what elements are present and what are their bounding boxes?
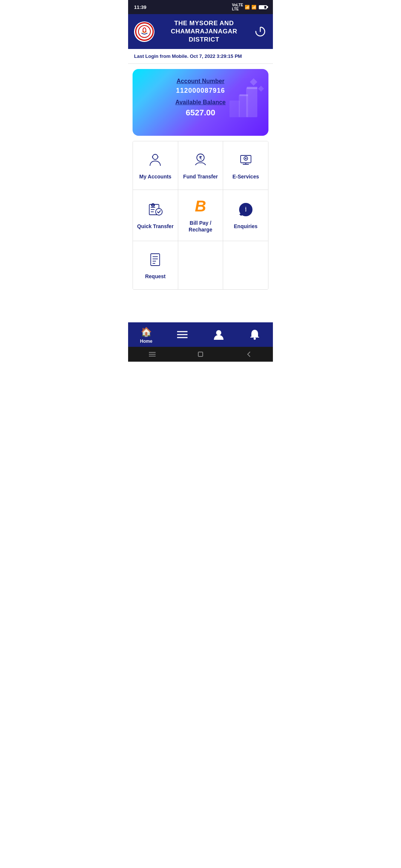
menu-item-bill-pay[interactable]: B Bill Pay /Recharge: [178, 190, 224, 240]
enquiries-svg: i: [238, 201, 254, 218]
signal-icon2: 📶: [251, 5, 257, 10]
request-label: Request: [145, 273, 166, 280]
e-services-label: E-Services: [232, 173, 259, 180]
my-accounts-label: My Accounts: [139, 173, 172, 180]
enquiries-icon: i: [237, 201, 255, 218]
hamburger-icon: [177, 331, 188, 339]
bank-logo: [134, 22, 154, 42]
bottom-nav: 🏠 Home: [128, 322, 273, 347]
svg-marker-10: [250, 78, 257, 86]
svg-rect-41: [250, 337, 259, 338]
android-nav-bar: [128, 347, 273, 362]
profile-icon: [214, 329, 224, 340]
svg-point-23: [156, 208, 162, 215]
signal-icon: 📶: [245, 5, 250, 10]
menu-item-quick-transfer[interactable]: $ Quick Transfer: [133, 190, 178, 240]
menu-empty-1: [178, 241, 224, 289]
enquiries-label: Enquiries: [234, 223, 258, 230]
android-home-icon: [197, 351, 204, 358]
app-header: THE MYSORE AND CHAMARAJANAGAR DISTRICT: [128, 14, 273, 49]
menu-row-1: My Accounts ₹ Fund Transfer: [133, 141, 268, 190]
svg-point-2: [143, 28, 146, 32]
svg-rect-9: [229, 101, 240, 117]
svg-marker-11: [258, 86, 264, 92]
svg-text:i: i: [245, 206, 246, 213]
fund-transfer-label: Fund Transfer: [183, 173, 218, 180]
menu-grid: My Accounts ₹ Fund Transfer: [133, 141, 268, 289]
svg-text:₹: ₹: [199, 155, 202, 161]
header-title: THE MYSORE AND CHAMARAJANAGAR DISTRICT: [158, 19, 250, 44]
account-card: Account Number 112000087916 Available Ba…: [133, 69, 268, 136]
svg-point-40: [254, 338, 256, 340]
menu-item-e-services[interactable]: E-Services: [223, 141, 268, 190]
android-back-icon: [245, 351, 252, 358]
network-icon: VoLTELTE: [232, 3, 243, 11]
menu-item-my-accounts[interactable]: My Accounts: [133, 141, 178, 190]
android-home-btn[interactable]: [197, 351, 204, 358]
request-icon: [146, 251, 164, 269]
home-label: Home: [140, 339, 152, 344]
card-decoration: [220, 73, 265, 130]
android-menu-icon: [149, 352, 156, 357]
bank-name: THE MYSORE AND CHAMARAJANAGAR DISTRICT: [158, 19, 250, 44]
logo-inner: [135, 22, 154, 41]
decoration-svg: [220, 73, 265, 128]
android-back-btn[interactable]: [245, 351, 252, 358]
menu-item-request[interactable]: Request: [133, 241, 178, 289]
quick-transfer-icon: $: [146, 201, 164, 218]
menu-item-enquiries[interactable]: i Enquiries: [223, 190, 268, 240]
menu-row-3: Request: [133, 241, 268, 289]
nav-home[interactable]: 🏠 Home: [128, 327, 164, 344]
svg-point-39: [216, 330, 221, 335]
svg-text:$: $: [152, 204, 154, 207]
logo-svg: [138, 25, 151, 38]
my-accounts-icon: [146, 151, 164, 169]
power-button[interactable]: [254, 25, 267, 38]
nav-notifications[interactable]: [237, 329, 273, 342]
svg-rect-7: [239, 95, 248, 117]
nav-menu[interactable]: [164, 331, 201, 340]
bill-pay-icon: B: [192, 197, 209, 215]
bill-pay-label: Bill Pay /Recharge: [189, 220, 212, 233]
fund-transfer-icon: ₹: [192, 151, 209, 169]
svg-rect-31: [151, 254, 160, 266]
status-bar: 11:39 VoLTELTE 📶 📶: [128, 0, 273, 14]
menu-empty-2: [223, 241, 268, 289]
android-menu-btn[interactable]: [149, 351, 156, 358]
svg-rect-6: [247, 87, 257, 89]
svg-point-12: [153, 154, 158, 160]
last-login-text: Last Login from Mobile. Oct 7, 2022 3:29…: [134, 53, 267, 59]
time-display: 11:39: [134, 4, 146, 10]
battery-icon: [259, 5, 267, 9]
status-icons: VoLTELTE 📶 📶: [232, 3, 267, 11]
svg-rect-8: [239, 94, 248, 96]
menu-row-2: $ Quick Transfer B Bill Pay /Recharge i: [133, 190, 268, 241]
bill-b-letter: B: [195, 198, 206, 214]
content-spacer: [128, 293, 273, 315]
nav-profile[interactable]: [200, 329, 237, 341]
last-login-bar: Last Login from Mobile. Oct 7, 2022 3:29…: [128, 49, 273, 64]
e-services-icon: [237, 151, 255, 169]
power-icon: [255, 26, 266, 37]
bell-icon: [250, 329, 260, 340]
svg-rect-45: [198, 352, 203, 356]
menu-item-fund-transfer[interactable]: ₹ Fund Transfer: [178, 141, 224, 190]
quick-transfer-label: Quick Transfer: [137, 223, 173, 230]
home-icon: 🏠: [141, 327, 152, 337]
